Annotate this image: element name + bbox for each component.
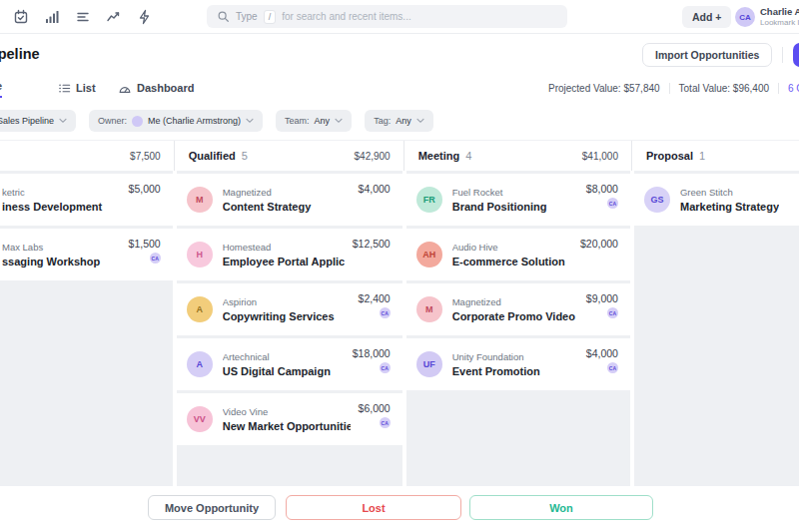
company-name: Audio Hive	[452, 242, 572, 253]
tab-list-label: List	[76, 82, 96, 94]
company-avatar: UF	[416, 351, 442, 377]
opportunity-card[interactable]: Max Labs ssaging Workshop $1,500 CA	[0, 229, 173, 280]
opportunity-value: $1,500	[129, 238, 161, 250]
card-right: $4,000 CA	[586, 338, 618, 373]
pipeline-column: Qualified 5 $42,900 M Magnetized Content…	[177, 141, 402, 486]
opportunity-card[interactable]: A Aspirion Copywriting Services $2,400 C…	[177, 283, 402, 335]
team-filter[interactable]: Team: Any	[276, 110, 352, 132]
lightning-icon[interactable]	[134, 6, 156, 28]
company-avatar: A	[187, 351, 213, 377]
column-name: Meeting	[418, 150, 460, 162]
tab-dashboard[interactable]: Dashboard	[118, 76, 194, 100]
closed-link[interactable]: 6 Closed in last	[778, 83, 799, 94]
opportunity-card[interactable]: UF Unity Foundation Event Promotion $4,0…	[406, 338, 630, 390]
card-main: ketric iness Development	[2, 187, 121, 213]
owner-badge: CA	[607, 307, 618, 318]
column-header: Qualified 5 $42,900	[177, 141, 402, 171]
calendar-icon[interactable]	[10, 6, 32, 28]
trend-icon[interactable]	[103, 6, 125, 28]
user-menu[interactable]: Charlie Armstrong Lookmark Inc.	[760, 6, 799, 27]
chevron-down-icon	[335, 118, 343, 124]
owner-badge: CA	[607, 362, 618, 373]
bar-chart-icon[interactable]	[41, 6, 63, 28]
projected-value: Projected Value: $57,840	[539, 83, 669, 94]
company-name: Aspirion	[223, 296, 351, 307]
opportunity-card[interactable]: A Artechnical US Digital Campaign $18,00…	[177, 338, 402, 390]
column-body: FR Fuel Rocket Brand Positioning $8,000 …	[406, 171, 630, 486]
company-avatar: VV	[187, 406, 213, 432]
card-main: Aspirion Copywriting Services	[223, 296, 351, 322]
divider	[782, 47, 783, 63]
opportunity-title: New Market Opportunities	[223, 420, 351, 432]
opportunity-value: $2,400	[359, 292, 391, 304]
company-name: Max Labs	[2, 242, 121, 253]
card-right: $20,000	[580, 229, 618, 250]
search-input[interactable]: Type / for search and recent items...	[207, 5, 567, 28]
add-opportunity-button[interactable]: Add Opportunity	[793, 43, 799, 67]
opportunity-value: $18,000	[353, 347, 391, 359]
opportunity-title: E-commerce Solution	[452, 256, 572, 267]
column-name: Qualified	[189, 150, 236, 162]
won-button[interactable]: Won	[469, 495, 653, 520]
user-name: Charlie Armstrong	[760, 6, 799, 17]
opportunity-value: $4,000	[359, 183, 391, 195]
pipeline-column: $7,500 ketric iness Development $5,000 M…	[0, 141, 173, 486]
column-count: 1	[699, 150, 705, 162]
column-header: Proposal 1	[634, 141, 799, 171]
user-org: Lookmark Inc.	[760, 18, 799, 27]
owner-filter-label: Owner:	[98, 116, 127, 126]
opportunity-card[interactable]: ketric iness Development $5,000	[0, 174, 173, 226]
opportunity-card[interactable]: VV Video Vine New Market Opportunities $…	[177, 393, 402, 445]
list-icon	[58, 82, 71, 95]
opportunity-card[interactable]: M Magnetized Content Strategy $4,000	[177, 174, 402, 226]
card-main: Video Vine New Market Opportunities	[223, 406, 351, 432]
company-name: Unity Foundation	[452, 351, 578, 362]
opportunity-title: ssaging Workshop	[2, 256, 121, 267]
team-filter-value: Any	[315, 116, 331, 126]
opportunity-value: $6,000	[359, 402, 391, 414]
card-main: Max Labs ssaging Workshop	[2, 242, 121, 267]
opportunity-value: $12,500	[353, 238, 391, 250]
nav-icon-toolbar	[10, 0, 156, 33]
user-avatar[interactable]: CA	[735, 7, 755, 27]
owner-badge: CA	[607, 198, 618, 209]
company-avatar: M	[416, 296, 442, 322]
tab-dashboard-label: Dashboard	[137, 82, 194, 94]
tag-filter[interactable]: Tag: Any	[365, 110, 433, 132]
card-main: Homestead Employee Portal Application	[223, 242, 345, 267]
tab-pipeline[interactable]: Pipeline	[0, 76, 2, 98]
company-name: Video Vine	[223, 406, 351, 417]
company-name: ketric	[2, 187, 121, 198]
opportunity-title: Employee Portal Application	[223, 256, 345, 267]
company-avatar: AH	[416, 242, 442, 267]
search-placeholder: for search and recent items...	[282, 11, 411, 22]
chevron-down-icon	[59, 118, 67, 124]
add-button[interactable]: Add +	[682, 6, 731, 28]
opportunity-card[interactable]: GS Green Stitch Marketing Strategy	[634, 174, 799, 226]
total-value: Total Value: $96,400	[669, 83, 778, 94]
card-main: Audio Hive E-commerce Solution	[452, 242, 572, 267]
move-opportunity-button[interactable]: Move Opportunity	[148, 495, 276, 520]
tab-list[interactable]: List	[58, 76, 96, 100]
card-right: $4,000	[359, 174, 391, 195]
opportunity-card[interactable]: AH Audio Hive E-commerce Solution $20,00…	[406, 229, 630, 280]
owner-filter[interactable]: Owner: Me (Charlie Armstrong)	[89, 110, 263, 132]
opportunity-card[interactable]: FR Fuel Rocket Brand Positioning $8,000 …	[406, 174, 630, 226]
column-body: ketric iness Development $5,000 Max Labs…	[0, 171, 173, 486]
company-name: Magnetized	[223, 187, 351, 198]
lost-button[interactable]: Lost	[286, 495, 461, 520]
company-avatar: FR	[416, 187, 442, 213]
column-body: M Magnetized Content Strategy $4,000 H H…	[177, 171, 402, 486]
opportunity-card[interactable]: H Homestead Employee Portal Application …	[177, 229, 402, 280]
owner-badge: CA	[380, 307, 391, 318]
opportunity-title: US Digital Campaign	[223, 365, 345, 377]
column-header: Meeting 4 $41,000	[406, 141, 630, 171]
card-main: Unity Foundation Event Promotion	[452, 351, 578, 377]
task-list-icon[interactable]	[72, 6, 94, 28]
pipeline-filter[interactable]: Sales Pipeline	[0, 110, 76, 132]
import-opportunities-button[interactable]: Import Opportunities	[642, 43, 772, 67]
card-main: Magnetized Content Strategy	[223, 187, 351, 213]
opportunity-card[interactable]: M Magnetized Corporate Promo Video $9,00…	[406, 283, 630, 335]
opportunity-value: $4,000	[586, 347, 618, 359]
page-header: Pipeline Import Opportunities Add Opport…	[0, 34, 799, 76]
